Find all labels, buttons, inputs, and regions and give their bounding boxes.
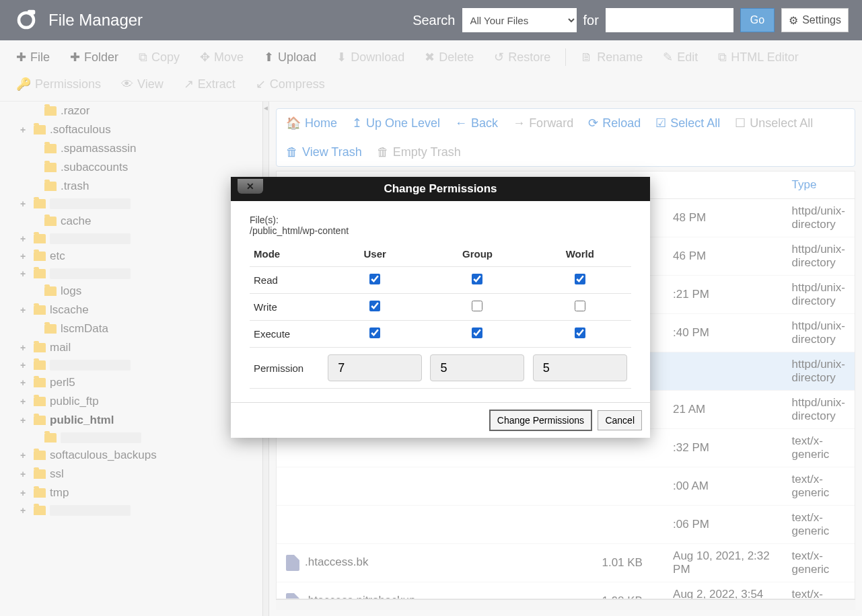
tree-item[interactable]: + [20, 266, 242, 282]
tree-item[interactable]: +ssl [20, 465, 242, 484]
search-scope-select[interactable]: All Your Files [462, 8, 577, 32]
write-world-checkbox[interactable] [575, 301, 585, 311]
table-row[interactable]: .htaccess.bk1.01 KBAug 10, 2021, 2:32 PM… [277, 544, 855, 582]
html-editor-button[interactable]: ⧉HTML Editor [710, 46, 806, 69]
expand-icon[interactable]: + [20, 450, 30, 461]
tree-item[interactable]: +etc [20, 247, 242, 266]
cell-modified [663, 352, 783, 391]
exec-user-checkbox[interactable] [369, 328, 380, 338]
reload-button[interactable]: ⟳Reload [588, 116, 641, 130]
expand-icon[interactable]: + [20, 268, 30, 279]
unselect-all-button[interactable]: ☐Unselect All [735, 116, 813, 130]
expand-icon[interactable]: + [20, 251, 30, 262]
new-file-button[interactable]: ✚File [8, 46, 58, 69]
submit-button[interactable]: Change Permissions [489, 410, 592, 431]
forward-button[interactable]: →Forward [513, 116, 573, 130]
row-execute-label: Execute [250, 321, 324, 348]
expand-icon[interactable]: + [20, 505, 30, 516]
tree-item[interactable]: + [20, 196, 242, 212]
tree-item[interactable]: logs [20, 282, 242, 301]
search-input[interactable] [606, 8, 733, 32]
expand-icon[interactable]: + [20, 233, 30, 244]
permissions-button[interactable]: 🔑Permissions [8, 73, 109, 95]
new-folder-button[interactable]: ✚Folder [62, 46, 127, 69]
expand-icon[interactable]: + [20, 198, 30, 209]
expand-icon[interactable]: + [20, 469, 30, 479]
permissions-label: Permissions [35, 77, 101, 91]
expand-icon[interactable]: + [20, 396, 30, 407]
col-modified[interactable] [663, 171, 783, 199]
compress-button[interactable]: ↙Compress [248, 73, 333, 95]
tree-item[interactable]: +public_html [20, 411, 242, 430]
tree-item-label: logs [61, 284, 81, 298]
tree-item[interactable]: +lscache [20, 301, 242, 319]
back-button[interactable]: ←Back [455, 116, 498, 130]
expand-icon[interactable]: + [20, 377, 30, 388]
view-button[interactable]: 👁View [113, 73, 172, 95]
delete-label: Delete [439, 50, 474, 65]
col-user: User [324, 241, 426, 267]
tree-item[interactable] [20, 430, 242, 446]
expand-icon[interactable]: + [20, 360, 30, 371]
settings-button[interactable]: ⚙ Settings [781, 8, 849, 32]
exec-group-checkbox[interactable] [472, 328, 482, 338]
table-row[interactable]: :00 AMtext/x-generic [277, 467, 855, 506]
empty-trash-button[interactable]: 🗑Empty Trash [377, 145, 461, 159]
restore-button[interactable]: ↺Restore [486, 46, 559, 69]
expand-icon[interactable]: + [20, 415, 30, 426]
read-world-checkbox[interactable] [575, 274, 585, 284]
tree-item[interactable]: + [20, 502, 242, 518]
cell-name [277, 467, 592, 506]
delete-button[interactable]: ✖Delete [417, 46, 482, 69]
tree-item[interactable]: .trash [20, 177, 242, 196]
perm-group-input[interactable] [430, 354, 524, 381]
tree-item[interactable]: +.softaculous [20, 120, 242, 139]
perm-user-input[interactable] [328, 354, 422, 381]
table-row[interactable]: .htaccess.nitrobackup1.98 KBAug 2, 2022,… [277, 582, 855, 600]
expand-icon[interactable]: + [20, 488, 30, 498]
table-row[interactable]: :06 PMtext/x-generic [277, 506, 855, 544]
tree-item[interactable]: +softaculous_backups [20, 446, 242, 465]
upload-button[interactable]: ⬆Upload [256, 46, 324, 69]
tree-item[interactable]: .razor [20, 102, 242, 120]
edit-button[interactable]: ✎Edit [655, 46, 706, 69]
select-all-button[interactable]: ☑Select All [655, 116, 720, 130]
extract-button[interactable]: ↗Extract [176, 73, 244, 95]
move-button[interactable]: ✥Move [192, 46, 252, 69]
read-group-checkbox[interactable] [472, 274, 482, 284]
cell-modified: 46 PM [663, 237, 783, 276]
read-user-checkbox[interactable] [369, 274, 380, 284]
tree-item[interactable]: +perl5 [20, 373, 242, 392]
write-user-checkbox[interactable] [369, 301, 380, 311]
restore-label: Restore [508, 50, 550, 65]
tree-item[interactable]: + [20, 231, 242, 247]
download-button[interactable]: ⬇Download [328, 46, 412, 69]
view-trash-button[interactable]: 🗑View Trash [286, 145, 362, 159]
app-title: File Manager [48, 11, 143, 30]
tree-item[interactable]: + [20, 357, 242, 373]
copy-button[interactable]: ⧉Copy [131, 46, 188, 69]
rename-button[interactable]: 🗎Rename [573, 46, 651, 69]
tree-item-label: perl5 [50, 376, 75, 389]
col-type[interactable]: Type [783, 171, 855, 199]
write-group-checkbox[interactable] [472, 301, 482, 311]
tree-item[interactable]: +public_ftp [20, 392, 242, 411]
horizontal-scrollbar[interactable] [276, 599, 855, 610]
expand-icon[interactable]: + [20, 342, 30, 353]
tree-item[interactable]: lscmData [20, 319, 242, 338]
folder-tree[interactable]: .razor+.softaculous.spamassassin.subacco… [0, 102, 262, 616]
up-button[interactable]: ↥Up One Level [352, 116, 440, 130]
exec-world-checkbox[interactable] [575, 328, 585, 338]
expand-icon[interactable]: + [20, 305, 30, 315]
cancel-button[interactable]: Cancel [598, 410, 642, 430]
expand-icon[interactable]: + [20, 124, 30, 135]
perm-world-input[interactable] [533, 354, 627, 381]
tree-item[interactable]: +tmp [20, 484, 242, 502]
tree-item[interactable]: .subaccounts [20, 158, 242, 177]
tree-item[interactable]: .spamassassin [20, 139, 242, 158]
tree-item[interactable]: cache [20, 212, 242, 231]
home-button[interactable]: 🏠Home [286, 116, 337, 130]
go-button[interactable]: Go [740, 8, 775, 32]
close-button[interactable]: ✕ [238, 179, 263, 194]
tree-item[interactable]: +mail [20, 338, 242, 357]
